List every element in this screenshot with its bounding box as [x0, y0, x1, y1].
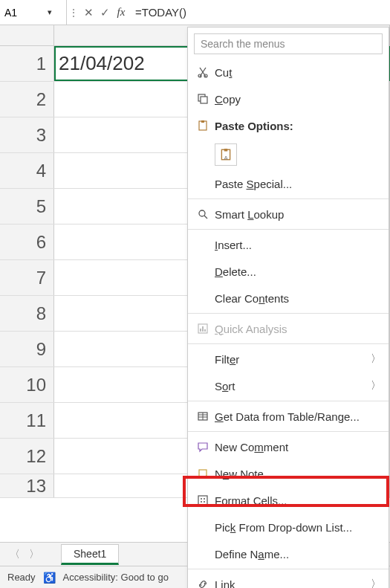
menu-pick-dropdown[interactable]: Pick From Drop-down List...: [188, 514, 389, 540]
menu-link[interactable]: Link 〉: [188, 571, 389, 588]
row-header-8[interactable]: 8: [0, 296, 54, 331]
row-header-4[interactable]: 4: [0, 153, 54, 188]
paste-default-icon[interactable]: A: [215, 143, 237, 166]
svg-rect-12: [200, 329, 201, 332]
svg-rect-14: [204, 329, 206, 332]
paste-option-default[interactable]: A: [188, 139, 389, 170]
sheet-next-icon[interactable]: 〉: [27, 548, 42, 561]
chevron-down-icon[interactable]: ▾: [48, 7, 52, 17]
menu-clear-contents-label: Clear Contents: [213, 292, 384, 305]
clipboard-icon: [192, 120, 213, 132]
cut-icon: [192, 66, 213, 78]
row-header-11[interactable]: 11: [0, 403, 54, 438]
comment-icon: [192, 441, 213, 453]
svg-rect-13: [202, 326, 204, 332]
status-ready: Ready: [7, 572, 36, 583]
row-header-6[interactable]: 6: [0, 224, 54, 259]
cancel-icon[interactable]: ✕: [80, 6, 97, 19]
menu-define-name-label: Define Name...: [213, 548, 384, 560]
menu-search-input[interactable]: [194, 33, 383, 54]
svg-point-24: [204, 501, 205, 503]
menu-link-label: Link: [213, 578, 384, 589]
menu-quick-analysis-label: Quick Analysis: [213, 323, 384, 335]
row-header-13[interactable]: 13: [0, 474, 54, 497]
chevron-right-icon: 〉: [371, 379, 381, 392]
row-header-3[interactable]: 3: [0, 117, 54, 152]
status-accessibility: Accessibility: Good to go: [63, 572, 169, 583]
table-icon: [192, 410, 213, 422]
copy-icon: [192, 93, 213, 105]
menu-new-note[interactable]: New Note: [188, 460, 389, 487]
row-header-12[interactable]: 12: [0, 439, 54, 474]
fx-icon[interactable]: fx: [113, 6, 129, 19]
menu-delete[interactable]: Delete...: [188, 258, 389, 285]
row-header-1[interactable]: 1: [0, 46, 54, 81]
svg-rect-3: [201, 97, 207, 103]
svg-text:A: A: [224, 155, 228, 161]
menu-paste-special-label: Paste Special...: [213, 178, 384, 190]
note-icon: [192, 468, 213, 479]
enter-icon[interactable]: ✓: [97, 6, 113, 19]
row-header-9[interactable]: 9: [0, 332, 54, 366]
sheet-prev-icon[interactable]: 〈: [7, 548, 22, 561]
menu-cut-label: Cut: [213, 66, 384, 79]
menu-new-note-label: New Note: [213, 468, 384, 480]
row-header-2[interactable]: 2: [0, 82, 54, 117]
format-cells-icon: [192, 494, 213, 506]
name-box-input[interactable]: [4, 7, 48, 19]
menu-smart-lookup[interactable]: Smart Lookup: [188, 201, 389, 227]
menu-define-name[interactable]: Define Name...: [188, 540, 389, 567]
menu-copy[interactable]: Copy: [188, 85, 389, 112]
svg-rect-5: [201, 120, 204, 123]
menu-new-comment[interactable]: New Comment: [188, 433, 389, 460]
menu-filter[interactable]: Filter 〉: [188, 346, 389, 372]
svg-point-23: [201, 501, 202, 503]
row-header-7[interactable]: 7: [0, 260, 54, 295]
menu-paste-special[interactable]: Paste Special...: [188, 170, 389, 197]
formula-value[interactable]: =TODAY(): [129, 6, 186, 19]
chevron-right-icon: 〉: [371, 352, 381, 366]
menu-copy-label: Copy: [213, 93, 384, 106]
svg-line-10: [204, 216, 207, 219]
menu-new-comment-label: New Comment: [213, 441, 384, 453]
menu-sort-label: Sort: [213, 380, 384, 392]
menu-get-data-label: Get Data from Table/Range...: [213, 410, 384, 423]
menu-paste-options-label: Paste Options:: [213, 120, 384, 132]
sheet-tab-sheet1[interactable]: Sheet1: [61, 544, 119, 565]
menu-sort[interactable]: Sort 〉: [188, 372, 389, 399]
chevron-right-icon: 〉: [371, 578, 381, 588]
separator: ⋮: [67, 7, 80, 19]
menu-cut[interactable]: Cut: [188, 59, 389, 85]
name-box[interactable]: ▾: [0, 0, 67, 25]
quick-analysis-icon: [192, 323, 213, 335]
menu-format-cells[interactable]: Format Cells...: [188, 487, 389, 514]
menu-insert-label: Insert...: [213, 239, 384, 251]
svg-point-21: [201, 498, 202, 500]
menu-get-data[interactable]: Get Data from Table/Range...: [188, 403, 389, 430]
context-menu: Cut Copy Paste Options: A Paste Special.…: [187, 27, 389, 588]
menu-insert[interactable]: Insert...: [188, 231, 389, 258]
link-icon: [192, 578, 213, 588]
menu-smart-lookup-label: Smart Lookup: [213, 208, 384, 221]
select-all-corner[interactable]: [0, 25, 54, 45]
menu-pick-dropdown-label: Pick From Drop-down List...: [213, 521, 384, 534]
menu-format-cells-label: Format Cells...: [213, 494, 384, 507]
menu-delete-label: Delete...: [213, 265, 384, 278]
svg-rect-7: [224, 149, 228, 151]
menu-quick-analysis: Quick Analysis: [188, 315, 389, 342]
accessibility-icon: ♿: [43, 572, 56, 584]
search-icon: [192, 208, 213, 220]
menu-clear-contents[interactable]: Clear Contents: [188, 285, 389, 311]
formula-bar: ▾ ⋮ ✕ ✓ fx =TODAY(): [0, 0, 390, 25]
svg-rect-20: [198, 496, 207, 505]
svg-point-9: [199, 210, 205, 216]
svg-point-22: [204, 498, 205, 500]
row-header-5[interactable]: 5: [0, 189, 54, 224]
menu-filter-label: Filter: [213, 353, 384, 366]
menu-paste-options: Paste Options:: [188, 112, 389, 139]
row-header-10[interactable]: 10: [0, 367, 54, 402]
